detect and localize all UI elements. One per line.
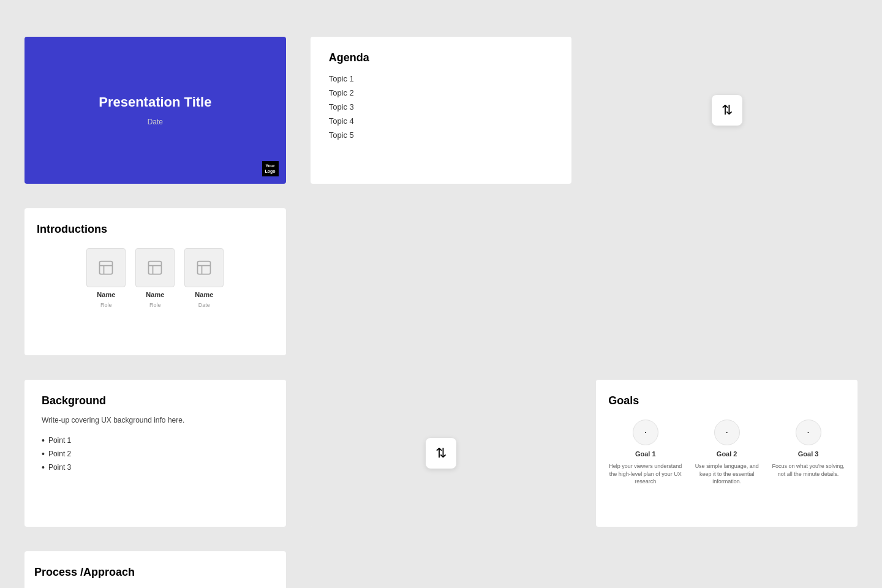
background-writeup: Write-up covering UX background info her…: [42, 415, 269, 426]
goal-3-label: Goal 3: [798, 450, 819, 458]
person-3-photo: [184, 248, 224, 287]
swap-slide-1: ⇅: [596, 37, 858, 184]
bullet-1: Point 1: [42, 435, 269, 445]
bullet-list: Point 1 Point 2 Point 3: [42, 435, 269, 472]
slides-row-2: Background Write-up covering UX backgrou…: [24, 380, 858, 588]
background-slide: Background Write-up covering UX backgrou…: [24, 380, 286, 527]
topic-2: Topic 2: [329, 88, 554, 97]
intro-people: Name Role Name Role: [37, 248, 274, 308]
topic-5: Topic 5: [329, 130, 554, 140]
swap-slide-2: ⇅: [311, 380, 572, 527]
topic-3: Topic 3: [329, 102, 554, 111]
presentation-title: Presentation Title: [99, 94, 211, 110]
topic-1: Topic 1: [329, 74, 554, 83]
intro-heading: Introductions: [37, 223, 274, 236]
topic-4: Topic 4: [329, 116, 554, 126]
agenda-heading: Agenda: [329, 51, 554, 64]
background-heading: Background: [42, 394, 269, 407]
slides-row-1: Presentation Title Date YourLogo Agenda …: [24, 37, 858, 355]
swap-button-2[interactable]: ⇅: [426, 438, 456, 469]
goal-2-desc: Use simple language, and keep it to the …: [690, 462, 764, 486]
person-2-photo: [135, 248, 175, 287]
person-2-name: Name: [146, 291, 164, 298]
topic-list: Topic 1 Topic 2 Topic 3 Topic 4 Topic 5: [329, 74, 554, 140]
goals-heading: Goals: [608, 394, 845, 407]
person-3: Name Date: [184, 248, 224, 308]
process-slide: Process /Approach Objective 1 Simple int…: [24, 551, 286, 588]
intro-slide: Introductions Name Role: [24, 208, 286, 355]
person-1-role: Role: [100, 302, 112, 308]
person-1: Name Role: [86, 248, 126, 308]
goals-slide: Goals · Goal 1 Help your viewers underst…: [596, 380, 858, 527]
person-3-role: Date: [198, 302, 210, 308]
goal-2: · Goal 2 Use simple language, and keep i…: [690, 420, 764, 486]
svg-rect-0: [100, 262, 113, 274]
logo-box: YourLogo: [262, 161, 279, 176]
title-slide: Presentation Title Date YourLogo: [24, 37, 286, 184]
goal-3-desc: Focus on what you're solving, not all th…: [771, 462, 845, 478]
goal-3-icon: ·: [796, 420, 821, 445]
bullet-2: Point 2: [42, 449, 269, 459]
process-heading: Process /Approach: [34, 566, 276, 579]
person-3-name: Name: [195, 291, 213, 298]
goal-3: · Goal 3 Focus on what you're solving, n…: [771, 420, 845, 486]
goal-2-label: Goal 2: [717, 450, 737, 458]
svg-rect-2: [198, 262, 211, 274]
swap-button-1[interactable]: ⇅: [712, 95, 742, 126]
goal-1: · Goal 1 Help your viewers understand th…: [608, 420, 682, 486]
goals-row: · Goal 1 Help your viewers understand th…: [608, 420, 845, 486]
person-1-name: Name: [97, 291, 115, 298]
svg-rect-1: [149, 262, 162, 274]
goal-1-label: Goal 1: [635, 450, 656, 458]
agenda-slide: Agenda Topic 1 Topic 2 Topic 3 Topic 4 T…: [311, 37, 572, 184]
goal-1-desc: Help your viewers understand the high-le…: [608, 462, 682, 486]
person-2-role: Role: [149, 302, 161, 308]
bullet-3: Point 3: [42, 462, 269, 472]
goal-2-icon: ·: [714, 420, 740, 445]
person-2: Name Role: [135, 248, 175, 308]
presentation-date: Date: [148, 118, 163, 126]
goal-1-icon: ·: [633, 420, 658, 445]
person-1-photo: [86, 248, 126, 287]
